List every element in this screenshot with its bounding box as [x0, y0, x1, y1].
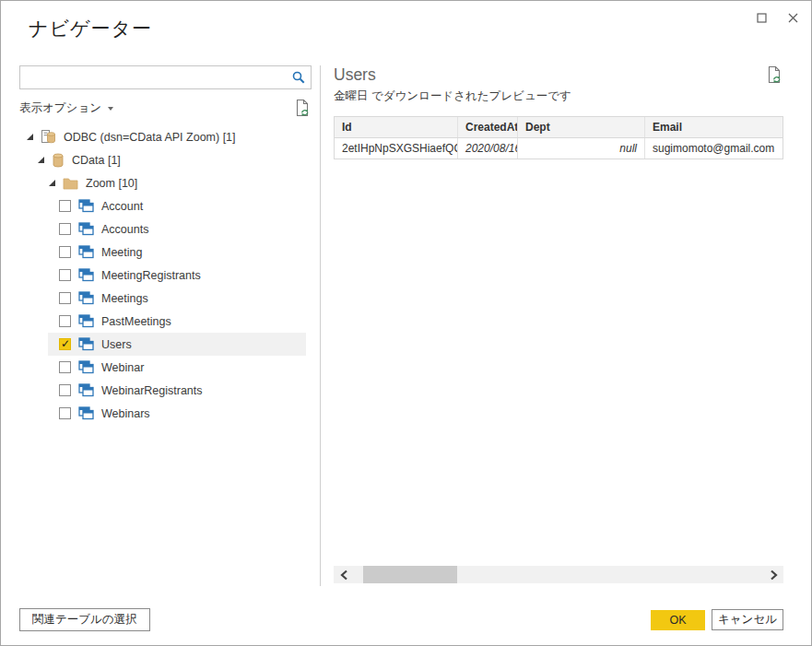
table-cell: 2020/08/16 10:07:28: [458, 138, 518, 159]
preview-table-header: Id CreatedAt Dept Email: [335, 117, 783, 138]
scrollbar-track[interactable]: [354, 566, 763, 583]
horizontal-scrollbar[interactable]: [334, 566, 783, 583]
table-checkbox[interactable]: [59, 338, 71, 350]
table-icon: [78, 383, 94, 397]
table-item-label: Meetings: [101, 292, 148, 305]
preview-panel: Users 金曜日 でダウンロードされたプレビューです Id: [334, 65, 783, 586]
refresh-preview-button[interactable]: [296, 99, 312, 118]
tree-node-label: ODBC (dsn=CData API Zoom) [1]: [64, 131, 236, 144]
table-icon: [78, 360, 94, 374]
tree-table-item[interactable]: Webinars: [48, 402, 306, 425]
search-button[interactable]: [287, 66, 311, 88]
table-icon: [78, 245, 94, 259]
tree-node-odbc[interactable]: ODBC (dsn=CData API Zoom) [1]: [19, 125, 312, 148]
chevron-left-icon: [340, 570, 348, 581]
table-checkbox[interactable]: [59, 292, 71, 304]
cancel-button[interactable]: キャンセル: [712, 609, 783, 630]
table-item-label: WebinarRegistrants: [101, 384, 203, 397]
scroll-left-button[interactable]: [334, 566, 354, 583]
search-input[interactable]: [19, 65, 312, 89]
table-item-label: PastMeetings: [101, 315, 171, 328]
display-options-dropdown[interactable]: 表示オプション: [19, 100, 113, 116]
preview-subtitle: 金曜日 でダウンロードされたプレビューです: [334, 88, 571, 104]
tree-table-item[interactable]: Account: [48, 194, 306, 217]
column-header[interactable]: Dept: [518, 117, 645, 137]
table-checkbox[interactable]: [59, 361, 71, 373]
table-checkbox[interactable]: [59, 246, 71, 258]
table-checkbox[interactable]: [59, 269, 71, 281]
document-refresh-icon: [296, 99, 312, 118]
table-icon: [78, 291, 94, 305]
maximize-button[interactable]: [752, 8, 771, 27]
options-row: 表示オプション: [19, 98, 312, 118]
table-item-label: Webinar: [101, 361, 144, 374]
table-checkbox[interactable]: [59, 315, 71, 327]
table-item-label: Accounts: [101, 223, 148, 236]
data-source-tree: ODBC (dsn=CData API Zoom) [1] CData [1]: [19, 125, 312, 425]
navigator-left-panel: 表示オプション: [19, 65, 312, 425]
tree-table-item[interactable]: Meetings: [48, 287, 306, 310]
table-checkbox[interactable]: [59, 407, 71, 419]
chevron-down-icon: [108, 107, 113, 111]
tree-table-item[interactable]: WebinarRegistrants: [48, 379, 306, 402]
refresh-preview-button[interactable]: [768, 65, 783, 85]
table-icon: [78, 406, 94, 420]
table-row: 2etIHpNpSXGSHiaefQOKnA 2020/08/16 10:07:…: [335, 138, 783, 159]
ok-button[interactable]: OK: [651, 610, 705, 630]
table-item-label: Users: [101, 338, 132, 351]
column-header[interactable]: CreatedAt: [458, 117, 518, 137]
preview-header: Users 金曜日 でダウンロードされたプレビューです: [334, 65, 783, 104]
table-icon: [78, 337, 94, 351]
table-list: Account Accounts: [19, 194, 312, 425]
table-cell: sugimomoto@gmail.com: [645, 138, 782, 159]
table-icon: [78, 314, 94, 328]
expand-collapse-icon[interactable]: [49, 180, 55, 186]
page-title: ナビゲーター: [29, 16, 152, 41]
tree-node-label: CData [1]: [72, 154, 121, 167]
tree-table-item[interactable]: Accounts: [48, 217, 306, 241]
tree-table-item[interactable]: Webinar: [48, 356, 306, 379]
table-checkbox[interactable]: [59, 384, 71, 396]
preview-table: Id CreatedAt Dept Email 2etIHpNpSXGSHiae…: [334, 116, 783, 159]
table-item-label: Account: [101, 200, 143, 213]
column-header[interactable]: Id: [335, 117, 458, 137]
table-item-label: Webinars: [101, 407, 150, 420]
server-icon: [41, 129, 56, 145]
folder-icon: [63, 177, 78, 190]
navigator-dialog: ナビゲーター 表示オプション: [0, 0, 812, 646]
tree-node-zoom[interactable]: Zoom [10]: [19, 171, 312, 194]
expand-collapse-icon[interactable]: [27, 134, 33, 140]
panel-divider: [320, 65, 321, 586]
tree-table-item[interactable]: MeetingRegistrants: [48, 264, 306, 287]
preview-title: Users: [334, 65, 571, 85]
table-item-label: MeetingRegistrants: [101, 269, 201, 282]
tree-node-label: Zoom [10]: [86, 177, 137, 190]
chevron-right-icon: [770, 570, 778, 581]
tree-table-item[interactable]: Users: [48, 333, 306, 356]
table-icon: [78, 222, 94, 236]
scroll-right-button[interactable]: [763, 566, 783, 583]
close-button[interactable]: [783, 8, 802, 27]
table-cell: null: [518, 138, 645, 159]
table-checkbox[interactable]: [59, 223, 71, 235]
table-item-label: Meeting: [101, 246, 142, 259]
tree-node-cdata[interactable]: CData [1]: [19, 148, 312, 171]
expand-collapse-icon[interactable]: [38, 157, 44, 163]
search-icon: [292, 71, 305, 84]
window-controls: [752, 8, 802, 27]
tree-table-item[interactable]: PastMeetings: [48, 310, 306, 333]
database-icon: [52, 153, 65, 168]
table-icon: [78, 199, 94, 213]
maximize-icon: [756, 12, 768, 24]
table-checkbox[interactable]: [59, 200, 71, 212]
column-header[interactable]: Email: [645, 117, 689, 137]
search-box: [19, 65, 312, 89]
table-cell: 2etIHpNpSXGSHiaefQOKnA: [335, 138, 458, 159]
close-icon: [787, 12, 799, 24]
display-options-label: 表示オプション: [19, 100, 101, 116]
document-refresh-icon: [768, 65, 783, 85]
tree-table-item[interactable]: Meeting: [48, 241, 306, 264]
scrollbar-thumb[interactable]: [363, 566, 457, 583]
table-icon: [78, 268, 94, 282]
select-related-tables-button[interactable]: 関連テーブルの選択: [19, 608, 150, 631]
